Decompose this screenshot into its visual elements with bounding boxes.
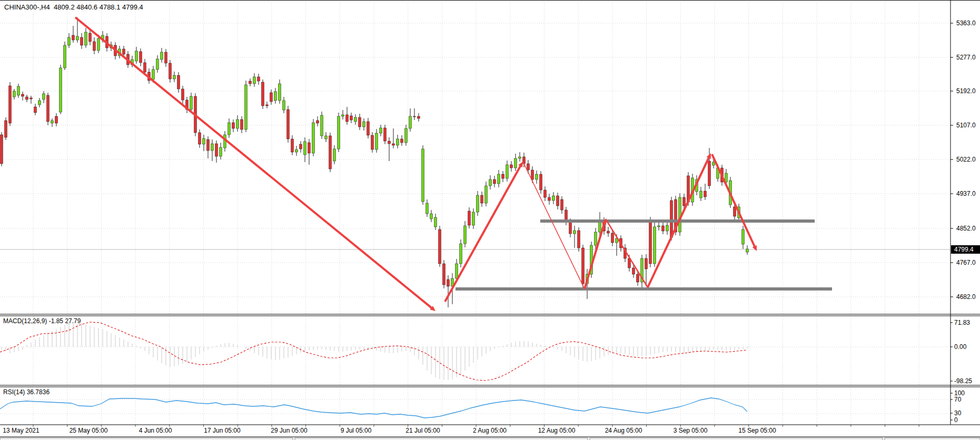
rsi-indicator-label: RSI(14) 36.7836 [3,388,50,396]
trend-arrow[interactable] [445,165,521,302]
trend-arrow[interactable] [75,17,433,309]
time-axis[interactable]: 13 May 202125 May 05:004 Jun 05:0017 Jun… [3,427,776,434]
indicator-axes: 71.830.00-98.2510070300 [951,319,972,424]
svg-text:13 May 2021: 13 May 2021 [3,427,39,434]
svg-text:25 May 05:00: 25 May 05:00 [70,427,108,434]
svg-text:0.00: 0.00 [954,343,967,351]
svg-text:70: 70 [954,396,962,403]
trend-arrow[interactable] [523,162,585,289]
svg-text:4767.0: 4767.0 [956,259,976,266]
svg-text:71.83: 71.83 [954,319,970,326]
svg-text:4937.0: 4937.0 [956,190,976,197]
svg-text:0: 0 [954,416,958,424]
svg-text:5277.0: 5277.0 [956,54,976,61]
svg-text:9 Jul 05:00: 9 Jul 05:00 [341,427,372,434]
minimized-window-tab[interactable] [885,438,980,440]
trend-arrow[interactable] [606,219,648,287]
candles-layer [1,17,749,307]
svg-text:5363.0: 5363.0 [956,19,976,27]
svg-text:3 Sep 05:00: 3 Sep 05:00 [674,427,708,434]
minimized-window-tab[interactable] [590,438,883,440]
trend-arrows-layer [75,17,757,311]
trading-terminal-chart: { "header": { "title": "CHINA300-,H4 480… [0,0,980,440]
svg-text:4852.0: 4852.0 [956,225,976,232]
svg-text:4 Jun 05:00: 4 Jun 05:00 [139,427,172,434]
svg-text:4799.4: 4799.4 [954,246,974,253]
svg-text:24 Aug 05:00: 24 Aug 05:00 [605,427,642,434]
price-axis[interactable]: 5363.05277.05192.05107.05022.04937.04852… [951,19,980,301]
symbol-ohlc-header: CHINA300-,H4 4809.2 4840.6 4788.1 4799.4 [4,3,143,11]
chart-canvas[interactable]: 5363.05277.05192.05107.05022.04937.04852… [0,1,980,440]
svg-text:15 Sep 05:00: 15 Sep 05:00 [738,427,776,434]
svg-text:17 Jun 05:00: 17 Jun 05:00 [204,427,241,434]
svg-text:30: 30 [954,409,962,417]
sr-lines-layer [456,221,832,289]
svg-text:21 Jul 05:00: 21 Jul 05:00 [405,427,440,434]
svg-text:4682.0: 4682.0 [956,293,976,301]
grid-layer [0,2,951,427]
svg-text:29 Jun 05:00: 29 Jun 05:00 [271,427,308,434]
minimized-window-tab[interactable] [295,438,588,440]
svg-text:5192.0: 5192.0 [956,87,976,95]
minimized-window-tab[interactable] [0,438,293,440]
svg-text:5022.0: 5022.0 [956,156,976,163]
svg-text:12 Aug 05:00: 12 Aug 05:00 [538,427,576,434]
macd-indicator-label: MACD(12,26,9) -1.85 27.79 [3,317,81,325]
svg-text:5107.0: 5107.0 [956,122,976,129]
svg-text:2 Aug 05:00: 2 Aug 05:00 [473,427,507,434]
svg-text:-98.25: -98.25 [954,377,972,385]
